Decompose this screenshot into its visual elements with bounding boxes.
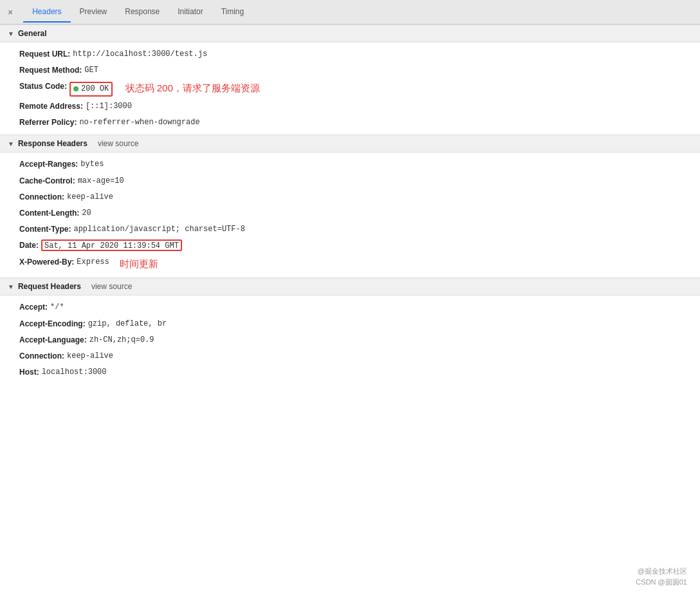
field-x-powered-by-value: Express (77, 256, 109, 268)
table-row: Accept: */* (0, 299, 700, 315)
status-annotation: 状态码 200，请求了服务端资源 (125, 82, 260, 93)
watermark-line2: CSDN @圆圆01 (636, 577, 687, 588)
field-content-length-value: 20 (82, 207, 91, 220)
tab-response[interactable]: Response (116, 2, 169, 23)
field-host-name: Host: (19, 366, 39, 379)
table-row: Request Method: GET (0, 62, 700, 79)
status-code-box: 200 OK (69, 82, 113, 97)
field-request-method-name: Request Method: (19, 64, 82, 77)
field-req-connection-value: keep-alive (67, 350, 113, 362)
field-status-code-name: Status Code: (19, 80, 67, 93)
tab-timing[interactable]: Timing (212, 2, 253, 23)
watermark-line1: @掘金技术社区 (636, 566, 687, 577)
field-referrer-policy-value: no-referrer-when-downgrade (79, 117, 199, 129)
request-headers-fields: Accept: */* Accept-Encoding: gzip, defla… (0, 295, 700, 384)
general-section-title: General (18, 29, 47, 38)
table-row: Accept-Ranges: bytes (0, 156, 700, 173)
field-req-connection-name: Connection: (19, 350, 64, 362)
field-accept-language-name: Accept-Language: (19, 334, 87, 346)
request-headers-section-title: Request Headers (18, 282, 81, 291)
table-row: Cache-Control: max-age=10 (0, 173, 700, 189)
watermark: @掘金技术社区 CSDN @圆圆01 (636, 566, 687, 587)
table-row: Remote Address: [::1]:3000 (0, 98, 700, 115)
table-row: X-Powered-By: Express 时间更新 (0, 254, 700, 274)
field-accept-name: Accept: (19, 301, 48, 314)
general-triangle-icon: ▼ (8, 30, 14, 37)
table-row: Content-Length: 20 (0, 205, 700, 221)
table-row: Connection: keep-alive (0, 348, 700, 364)
response-headers-section-header: ▼ Response Headers view source (0, 135, 700, 153)
response-headers-view-source-link[interactable]: view source (98, 139, 138, 148)
general-section-header: ▼ General (0, 24, 700, 42)
field-accept-encoding-value: gzip, deflate, br (88, 318, 167, 330)
field-status-code-value: 200 OK (81, 83, 109, 95)
field-x-powered-by-name: X-Powered-By: (19, 256, 74, 268)
response-headers-fields: Accept-Ranges: bytes Cache-Control: max-… (0, 153, 700, 277)
field-date-name: Date: (19, 239, 39, 252)
request-headers-triangle-icon: ▼ (8, 283, 14, 290)
table-row: Host: localhost:3000 (0, 364, 700, 380)
field-accept-value: */* (50, 301, 64, 314)
table-row: Date: Sat, 11 Apr 2020 11:39:54 GMT (0, 238, 700, 254)
field-remote-address-value: [::1]:3000 (86, 100, 132, 113)
table-row: Request URL: http://localhost:3000/test.… (0, 46, 700, 62)
response-headers-section-title: Response Headers (18, 139, 88, 148)
table-row: Connection: keep-alive (0, 189, 700, 205)
table-row: Status Code: 200 OK 状态码 200，请求了服务端资源 (0, 79, 700, 98)
field-accept-ranges-name: Accept-Ranges: (19, 158, 78, 171)
field-content-type-value: application/javascript; charset=UTF-8 (73, 223, 244, 236)
request-headers-view-source-link[interactable]: view source (91, 282, 132, 291)
request-headers-section-header: ▼ Request Headers view source (0, 277, 700, 295)
tab-headers[interactable]: Headers (23, 2, 70, 23)
field-cache-control-value: max-age=10 (78, 175, 124, 187)
field-request-method-value: GET (84, 64, 98, 77)
field-accept-language-value: zh-CN,zh;q=0.9 (89, 334, 154, 346)
devtools-content: ▼ General Request URL: http://localhost:… (0, 24, 700, 600)
status-green-dot (73, 86, 78, 91)
close-icon[interactable]: × (5, 5, 15, 20)
table-row: Referrer Policy: no-referrer-when-downgr… (0, 115, 700, 131)
tab-bar: × Headers Preview Response Initiator Tim… (0, 0, 700, 24)
field-connection-name: Connection: (19, 191, 64, 203)
field-host-value: localhost:3000 (42, 366, 107, 379)
field-request-url-name: Request URL: (19, 48, 70, 61)
field-accept-ranges-value: bytes (80, 158, 104, 171)
date-value-box: Sat, 11 Apr 2020 11:39:54 GMT (41, 239, 182, 251)
field-referrer-policy-name: Referrer Policy: (19, 117, 77, 129)
tab-initiator[interactable]: Initiator (169, 2, 212, 23)
field-remote-address-name: Remote Address: (19, 100, 83, 113)
general-fields: Request URL: http://localhost:3000/test.… (0, 42, 700, 135)
field-request-url-value: http://localhost:3000/test.js (73, 48, 207, 61)
field-content-length-name: Content-Length: (19, 207, 79, 220)
table-row: Accept-Encoding: gzip, deflate, br (0, 316, 700, 332)
time-annotation: 时间更新 (120, 256, 158, 272)
field-accept-encoding-name: Accept-Encoding: (19, 318, 86, 330)
field-cache-control-name: Cache-Control: (19, 175, 75, 187)
tab-preview[interactable]: Preview (71, 2, 116, 23)
field-content-type-name: Content-Type: (19, 223, 71, 236)
table-row: Content-Type: application/javascript; ch… (0, 221, 700, 238)
response-headers-triangle-icon: ▼ (8, 140, 14, 147)
field-connection-value: keep-alive (67, 191, 113, 203)
field-date-value: Sat, 11 Apr 2020 11:39:54 GMT (44, 241, 179, 250)
table-row: Accept-Language: zh-CN,zh;q=0.9 (0, 332, 700, 348)
